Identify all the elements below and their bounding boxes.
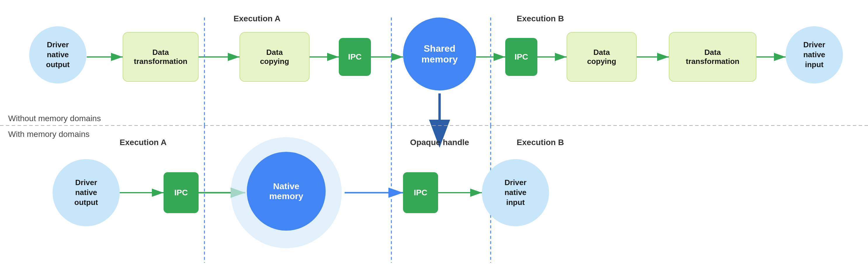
bot-ipc-a: IPC [163,172,198,213]
top-shared-memory: Shared memory [403,18,476,91]
top-data-transformation-a: Data transformation [123,32,198,82]
exec-a-label-top: Execution A [213,14,301,23]
bot-native-memory: Native memory [247,152,326,231]
section-label-top: Without memory domains [8,114,101,123]
exec-b-label-bottom: Execution B [496,138,584,147]
bot-driver-native-output: Driver native output [53,159,120,226]
opaque-handle-label: Opaque handle [403,138,476,147]
top-ipc-b: IPC [505,38,537,76]
diagram-container: Without memory domains With memory domai… [0,0,868,268]
exec-b-label-top: Execution B [496,14,584,23]
bot-driver-native-input: Driver native input [482,159,549,226]
top-data-copying-a: Data copying [240,32,310,82]
top-data-transformation-b: Data transformation [669,32,756,82]
top-data-copying-b: Data copying [567,32,637,82]
top-driver-native-input: Driver native input [786,26,843,83]
bot-ipc-b: IPC [403,172,438,213]
top-ipc-a: IPC [339,38,371,76]
top-driver-native-output: Driver native output [29,26,87,83]
section-label-bottom: With memory domains [8,130,90,139]
exec-a-label-bottom: Execution A [99,138,187,147]
